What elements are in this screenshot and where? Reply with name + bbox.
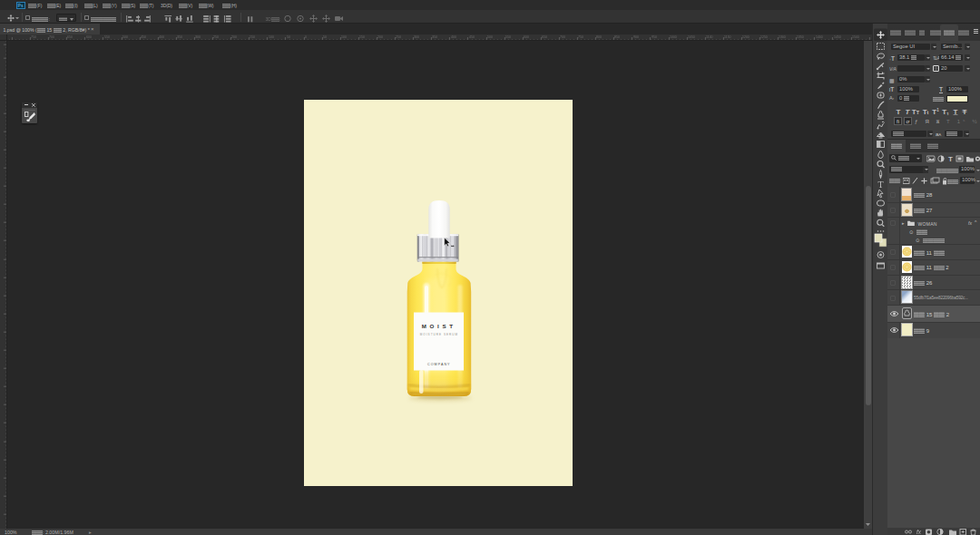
svg-text:T: T xyxy=(906,107,911,115)
svg-text:MOIST: MOIST xyxy=(421,323,456,329)
svg-text:T: T xyxy=(954,107,958,115)
svg-text:fx: fx xyxy=(916,529,922,535)
svg-text:T: T xyxy=(948,155,953,162)
svg-text:T1: T1 xyxy=(942,107,949,115)
svg-text:COMPANY: COMPANY xyxy=(426,363,450,366)
svg-text:T: T xyxy=(897,107,901,115)
svg-text:MOISTURE SERUM: MOISTURE SERUM xyxy=(419,333,457,336)
svg-text:T1: T1 xyxy=(932,107,939,115)
svg-text:T: T xyxy=(877,180,883,190)
svg-text:T: T xyxy=(963,107,967,115)
svg-text:TT: TT xyxy=(912,107,920,115)
svg-text:Tt: Tt xyxy=(923,107,929,115)
